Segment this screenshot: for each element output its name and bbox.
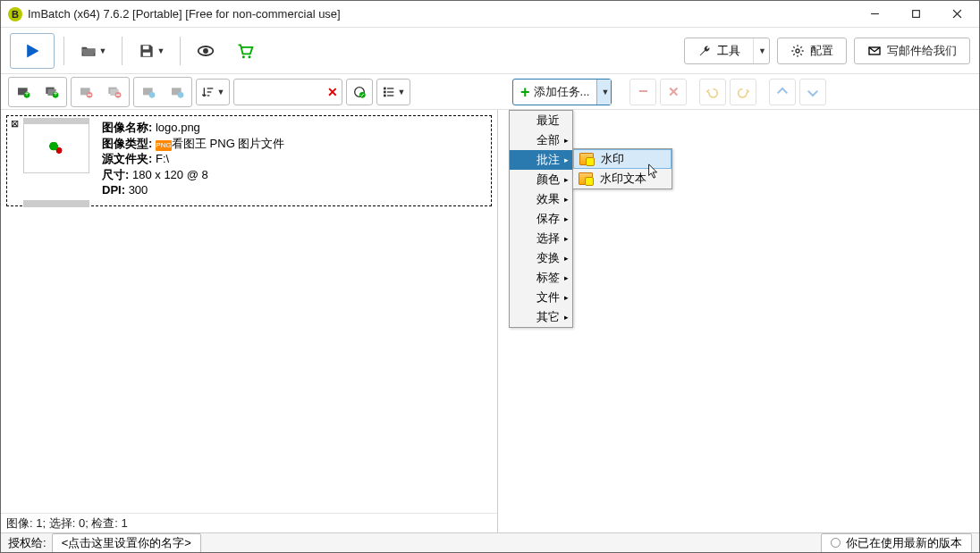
clear-filter-icon[interactable]: ✕ bbox=[327, 85, 338, 99]
gear-icon bbox=[790, 44, 805, 58]
version-status: 你已在使用最新的版本 bbox=[821, 533, 972, 553]
meta-size-label: 尺寸: bbox=[102, 168, 129, 181]
license-placeholder: <点击这里设置你的名字> bbox=[62, 536, 191, 549]
remove-image-button[interactable] bbox=[72, 79, 99, 105]
close-button[interactable] bbox=[936, 1, 977, 28]
submenu-label: 水印 bbox=[601, 151, 624, 167]
view-mode-button[interactable]: ▼ bbox=[376, 79, 410, 105]
move-up-button[interactable] bbox=[769, 79, 796, 105]
app-icon: B bbox=[8, 7, 22, 21]
status-bar: 授权给: <点击这里设置你的名字> 你已在使用最新的版本 bbox=[1, 532, 979, 552]
thumbnail bbox=[23, 123, 89, 173]
preview-button[interactable] bbox=[190, 35, 222, 67]
svg-rect-38 bbox=[384, 94, 386, 96]
main-toolbar: ▼ ▼ 工具 ▼ 配置 写邮件给我们 bbox=[1, 28, 979, 74]
meta-size-value: 180 x 120 @ 8 bbox=[132, 168, 208, 181]
submenu-label: 水印文本 bbox=[600, 171, 646, 187]
svg-point-8 bbox=[203, 48, 208, 54]
cursor-icon bbox=[647, 163, 660, 180]
meta-dpi-label: DPI: bbox=[102, 183, 125, 197]
add-task-button[interactable]: + 添加任务... ▼ bbox=[512, 79, 612, 105]
version-text: 你已在使用最新的版本 bbox=[846, 535, 962, 551]
thumb-bottom-bar bbox=[23, 200, 89, 207]
content-area: ⊠ 图像名称: logo.png 图像类型: PNG看图王 PNG 图片文件 源… bbox=[1, 110, 979, 532]
menu-item-effect[interactable]: 效果▸ bbox=[510, 189, 572, 209]
menu-item-recent[interactable]: 最近 bbox=[510, 111, 572, 130]
png-icon: PNG bbox=[156, 140, 172, 151]
svg-rect-36 bbox=[384, 87, 386, 89]
task-pane: 最近 全部▸ 批注▸ 颜色▸ 效果▸ 保存▸ 选择▸ 变换▸ 标签▸ 文件▸ 其… bbox=[498, 110, 979, 532]
separator bbox=[63, 37, 64, 65]
mail-icon bbox=[867, 44, 882, 58]
tools-button[interactable]: 工具 ▼ bbox=[684, 38, 770, 64]
tools-label: 工具 bbox=[717, 43, 740, 59]
secondary-toolbar: + + ▼ ✕ bbox=[1, 74, 979, 110]
item-checkbox[interactable]: ⊠ bbox=[11, 118, 21, 129]
window-title: ImBatch (x64) 7.6.2 [Portable] [Free for… bbox=[28, 7, 341, 21]
svg-point-9 bbox=[242, 55, 245, 58]
watermark-text-icon bbox=[579, 172, 593, 185]
sort-button[interactable]: ▼ bbox=[196, 79, 230, 105]
meta-name-value: logo.png bbox=[156, 121, 200, 134]
meta-name-label: 图像名称: bbox=[102, 121, 152, 134]
filter-input[interactable]: ✕ bbox=[233, 79, 342, 105]
status-dot-icon bbox=[831, 538, 841, 548]
meta-src-label: 源文件夹: bbox=[102, 152, 152, 165]
meta-src-value: F:\ bbox=[156, 152, 169, 165]
open-button[interactable]: ▼ bbox=[73, 35, 113, 67]
menu-item-save[interactable]: 保存▸ bbox=[510, 209, 572, 229]
svg-text:+: + bbox=[24, 89, 29, 98]
uncheck-button[interactable] bbox=[164, 79, 190, 105]
redo-button[interactable] bbox=[730, 79, 756, 105]
wrench-icon bbox=[697, 44, 712, 58]
menu-item-file[interactable]: 文件▸ bbox=[510, 288, 572, 307]
separator bbox=[122, 37, 122, 65]
svg-point-10 bbox=[249, 55, 251, 58]
svg-rect-6 bbox=[142, 52, 149, 55]
menu-item-select[interactable]: 选择▸ bbox=[510, 229, 572, 248]
save-button[interactable]: ▼ bbox=[131, 35, 171, 67]
config-button[interactable]: 配置 bbox=[777, 38, 847, 64]
add-folder-button[interactable]: + bbox=[38, 79, 65, 105]
menu-item-transform[interactable]: 变换▸ bbox=[510, 248, 572, 268]
svg-rect-22 bbox=[88, 94, 91, 95]
svg-text:+: + bbox=[53, 89, 57, 98]
run-button[interactable] bbox=[10, 33, 55, 69]
title-bar: B ImBatch (x64) 7.6.2 [Portable] [Free f… bbox=[1, 1, 979, 28]
svg-point-28 bbox=[149, 92, 156, 98]
svg-point-30 bbox=[178, 92, 184, 98]
meta-type-label: 图像类型: bbox=[102, 137, 152, 150]
check-button[interactable] bbox=[135, 79, 162, 105]
minimize-button[interactable] bbox=[854, 1, 895, 28]
menu-item-other[interactable]: 其它▸ bbox=[510, 307, 572, 327]
watermark-icon bbox=[579, 153, 594, 165]
svg-marker-4 bbox=[27, 44, 38, 57]
meta-type-value: 看图王 PNG 图片文件 bbox=[172, 137, 284, 150]
menu-item-all[interactable]: 全部▸ bbox=[510, 130, 572, 150]
filter-apply-button[interactable] bbox=[346, 79, 373, 105]
shop-button[interactable] bbox=[229, 35, 261, 67]
image-list-item[interactable]: ⊠ 图像名称: logo.png 图像类型: PNG看图王 PNG 图片文件 源… bbox=[6, 115, 492, 206]
license-label: 授权给: bbox=[8, 535, 46, 551]
svg-point-11 bbox=[796, 49, 799, 53]
image-list-pane: ⊠ 图像名称: logo.png 图像类型: PNG看图王 PNG 图片文件 源… bbox=[1, 110, 498, 532]
config-label: 配置 bbox=[810, 43, 833, 59]
task-remove-button[interactable]: − bbox=[629, 79, 656, 105]
menu-item-tag[interactable]: 标签▸ bbox=[510, 268, 572, 288]
separator bbox=[180, 37, 181, 65]
mail-label: 写邮件给我们 bbox=[887, 43, 957, 59]
maximize-button[interactable] bbox=[895, 1, 936, 28]
move-down-button[interactable] bbox=[799, 79, 826, 105]
svg-rect-5 bbox=[142, 46, 148, 49]
menu-item-annotate[interactable]: 批注▸ bbox=[510, 150, 572, 170]
add-image-button[interactable]: + bbox=[10, 79, 37, 105]
svg-rect-1 bbox=[912, 11, 919, 18]
remove-all-button[interactable] bbox=[101, 79, 128, 105]
license-name-input[interactable]: <点击这里设置你的名字> bbox=[52, 533, 201, 553]
task-delete-button[interactable]: ✕ bbox=[660, 79, 687, 105]
add-task-label: 添加任务... bbox=[534, 84, 590, 100]
meta-dpi-value: 300 bbox=[129, 183, 148, 197]
menu-item-color[interactable]: 颜色▸ bbox=[510, 170, 572, 189]
mail-button[interactable]: 写邮件给我们 bbox=[854, 38, 970, 64]
undo-button[interactable] bbox=[699, 79, 726, 105]
